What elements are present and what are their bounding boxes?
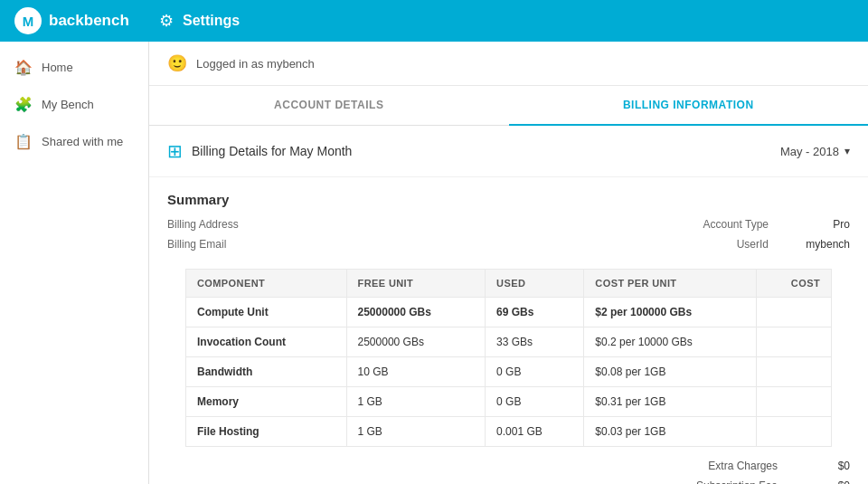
top-header: M backbench ⚙ Settings	[0, 0, 868, 42]
table-cell: 0.001 GB	[486, 417, 584, 447]
charges-section: Extra Charges $0 Subscription Fee $0 Tot…	[149, 447, 868, 484]
puzzle-icon: 🧩	[14, 96, 31, 113]
table-cell: $2 per 100000 GBs	[584, 298, 757, 327]
smiley-icon: 🙂	[167, 53, 187, 73]
sidebar-item-home[interactable]: 🏠 Home	[0, 49, 148, 86]
table-row: Invocation Count2500000 GBs33 GBs$0.2 pe…	[186, 327, 832, 357]
home-icon: 🏠	[14, 59, 31, 76]
main-layout: 🏠 Home 🧩 My Bench 📋 Shared with me 🙂 Log…	[0, 42, 868, 484]
extra-charges-label: Extra Charges	[708, 460, 778, 472]
summary-section: Summary Billing Address Billing Email Ac…	[149, 177, 868, 251]
table-cell: 10 GB	[346, 357, 486, 387]
table-cell	[757, 417, 832, 447]
logo-area: M backbench	[14, 7, 159, 34]
billing-table-wrap: COMPONENT FREE UNIT USED COST PER UNIT C…	[149, 269, 868, 447]
table-row: Compute Unit25000000 GBs69 GBs$2 per 100…	[186, 298, 832, 327]
table-cell: Bandwidth	[186, 357, 347, 387]
userid-row: UserId mybench	[737, 238, 850, 251]
tab-billing-information[interactable]: BILLING INFORMATION	[509, 86, 869, 126]
logged-in-text: Logged in as mybench	[196, 57, 315, 71]
table-cell: File Hosting	[186, 417, 347, 447]
billing-email-row: Billing Email	[167, 238, 239, 251]
shared-icon: 📋	[14, 133, 31, 150]
billing-header: ⊞ Billing Details for May Month May - 20…	[149, 126, 868, 177]
account-type-row: Account Type Pro	[703, 218, 851, 231]
table-cell: 1 GB	[346, 387, 486, 417]
subscription-fee-label: Subscription Fee	[696, 479, 778, 484]
table-cell: 69 GBs	[486, 298, 584, 327]
userid-value: mybench	[796, 238, 850, 251]
extra-charges-row: Extra Charges $0	[708, 460, 850, 472]
table-cell: 0 GB	[486, 357, 584, 387]
table-cell	[757, 298, 832, 327]
table-cell: Invocation Count	[186, 327, 347, 357]
month-label: May - 2018	[780, 145, 839, 158]
col-header-free-unit: FREE UNIT	[346, 270, 486, 298]
table-cell: 1 GB	[346, 417, 486, 447]
table-row: Bandwidth10 GB0 GB$0.08 per 1GB	[186, 357, 832, 387]
sidebar-item-label: Home	[42, 61, 73, 74]
content-area: 🙂 Logged in as mybench ACCOUNT DETAILS B…	[149, 42, 868, 484]
userid-key: UserId	[737, 238, 769, 251]
summary-grid: Billing Address Billing Email Account Ty…	[167, 218, 850, 251]
billing-table: COMPONENT FREE UNIT USED COST PER UNIT C…	[185, 269, 832, 447]
sidebar: 🏠 Home 🧩 My Bench 📋 Shared with me	[0, 42, 149, 484]
table-cell: 2500000 GBs	[346, 327, 486, 357]
billing-address-row: Billing Address	[167, 218, 239, 231]
settings-title: Settings	[183, 13, 240, 29]
billing-details-title: Billing Details for May Month	[192, 144, 352, 158]
grid-icon: ⊞	[167, 140, 183, 162]
table-cell: 25000000 GBs	[346, 298, 486, 327]
table-cell	[757, 387, 832, 417]
sidebar-item-mybench[interactable]: 🧩 My Bench	[0, 86, 148, 123]
col-header-cost: COST	[757, 270, 832, 298]
summary-left: Billing Address Billing Email	[167, 218, 239, 251]
table-cell: $0.31 per 1GB	[584, 387, 757, 417]
sidebar-item-label: My Bench	[42, 98, 94, 111]
table-cell	[757, 357, 832, 387]
table-row: File Hosting1 GB0.001 GB$0.03 per 1GB	[186, 417, 832, 447]
account-type-key: Account Type	[703, 218, 769, 231]
chevron-down-icon: ▾	[844, 145, 850, 157]
summary-right: Account Type Pro UserId mybench	[703, 218, 851, 251]
tabs-bar: ACCOUNT DETAILS BILLING INFORMATION	[149, 86, 868, 126]
logged-in-bar: 🙂 Logged in as mybench	[149, 42, 868, 86]
logo-text: backbench	[49, 12, 129, 30]
table-cell: $0.2 per 10000 GBs	[584, 327, 757, 357]
sidebar-item-shared[interactable]: 📋 Shared with me	[0, 123, 148, 160]
billing-header-left: ⊞ Billing Details for May Month	[167, 140, 352, 162]
table-cell: $0.03 per 1GB	[584, 417, 757, 447]
month-selector[interactable]: May - 2018 ▾	[780, 145, 850, 158]
table-row: Memory1 GB0 GB$0.31 per 1GB	[186, 387, 832, 417]
gear-icon: ⚙	[159, 11, 174, 31]
subscription-fee-value: $0	[814, 479, 850, 484]
sidebar-item-label: Shared with me	[42, 135, 123, 148]
tab-account-details[interactable]: ACCOUNT DETAILS	[149, 86, 509, 125]
col-header-component: COMPONENT	[186, 270, 347, 298]
table-cell: 33 GBs	[486, 327, 584, 357]
extra-charges-value: $0	[814, 460, 850, 472]
summary-title: Summary	[167, 192, 850, 207]
account-type-value: Pro	[796, 218, 850, 231]
table-cell: Memory	[186, 387, 347, 417]
logo-avatar: M	[14, 7, 42, 34]
table-cell: Compute Unit	[186, 298, 347, 327]
col-header-used: USED	[486, 270, 584, 298]
billing-email-label: Billing Email	[167, 238, 226, 251]
billing-address-label: Billing Address	[167, 218, 239, 231]
table-cell: 0 GB	[486, 387, 584, 417]
header-right: ⚙ Settings	[159, 11, 240, 31]
col-header-cost-per-unit: COST PER UNIT	[584, 270, 757, 298]
table-cell	[757, 327, 832, 357]
subscription-fee-row: Subscription Fee $0	[696, 479, 850, 484]
table-cell: $0.08 per 1GB	[584, 357, 757, 387]
